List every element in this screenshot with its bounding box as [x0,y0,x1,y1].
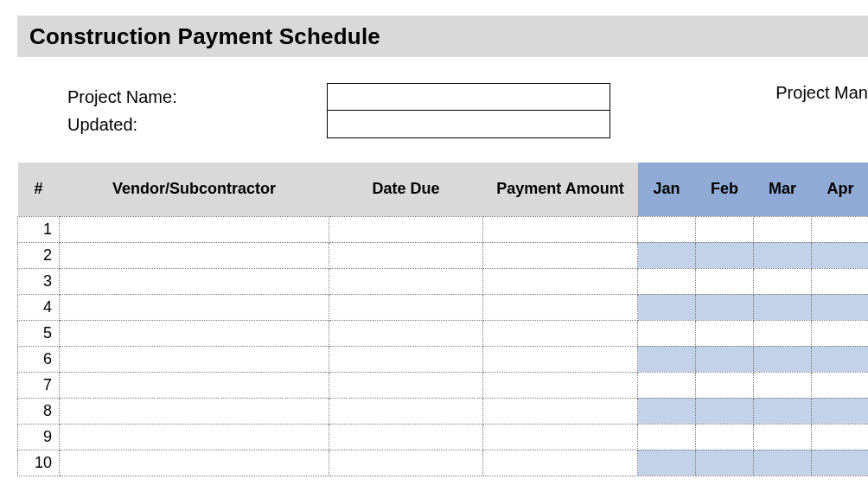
cell-jan[interactable] [638,268,696,294]
row-number[interactable]: 6 [18,346,60,372]
cell-mar[interactable] [754,320,812,346]
table-row: 1 [18,216,869,242]
cell-feb[interactable] [696,372,754,398]
payment-table: # Vendor/Subcontractor Date Due Payment … [17,163,868,476]
col-mar: Mar [754,163,812,216]
cell-vendor[interactable] [60,450,329,476]
cell-amount[interactable] [483,242,638,268]
col-vendor: Vendor/Subcontractor [60,163,329,216]
cell-amount[interactable] [483,372,638,398]
cell-date[interactable] [329,450,483,476]
cell-mar[interactable] [754,242,812,268]
cell-date[interactable] [329,398,483,424]
cell-mar[interactable] [754,216,812,242]
table-row: 10 [18,450,869,476]
cell-feb[interactable] [696,294,754,320]
row-number[interactable]: 5 [18,320,60,346]
row-number[interactable]: 8 [18,398,60,424]
cell-feb[interactable] [696,320,754,346]
cell-date[interactable] [329,242,483,268]
updated-input[interactable] [327,111,610,138]
cell-vendor[interactable] [60,216,329,242]
col-amount: Payment Amount [483,163,638,216]
cell-apr[interactable] [812,450,869,476]
cell-apr[interactable] [812,424,869,450]
cell-jan[interactable] [638,320,696,346]
row-number[interactable]: 10 [18,450,60,476]
cell-amount[interactable] [483,424,638,450]
cell-vendor[interactable] [60,424,329,450]
cell-jan[interactable] [638,346,696,372]
cell-apr[interactable] [812,294,869,320]
cell-date[interactable] [329,216,483,242]
project-name-input[interactable] [327,83,610,111]
cell-feb[interactable] [696,398,754,424]
cell-mar[interactable] [754,294,812,320]
cell-mar[interactable] [754,450,812,476]
cell-mar[interactable] [754,398,812,424]
cell-apr[interactable] [812,268,869,294]
cell-vendor[interactable] [60,320,329,346]
cell-feb[interactable] [696,424,754,450]
cell-amount[interactable] [483,320,638,346]
row-number[interactable]: 1 [18,216,60,242]
cell-jan[interactable] [638,242,696,268]
cell-date[interactable] [329,320,483,346]
cell-feb[interactable] [696,216,754,242]
col-index: # [18,163,60,216]
cell-apr[interactable] [812,346,869,372]
row-number[interactable]: 2 [18,242,60,268]
cell-jan[interactable] [638,424,696,450]
payment-table-wrap: # Vendor/Subcontractor Date Due Payment … [17,163,868,476]
cell-vendor[interactable] [60,398,329,424]
col-jan: Jan [638,163,696,216]
cell-mar[interactable] [754,268,812,294]
cell-date[interactable] [329,268,483,294]
row-number[interactable]: 9 [18,424,60,450]
project-manager-label: Project Man [775,83,868,103]
cell-vendor[interactable] [60,346,329,372]
table-row: 8 [18,398,869,424]
cell-amount[interactable] [483,346,638,372]
cell-amount[interactable] [483,450,638,476]
cell-mar[interactable] [754,424,812,450]
table-row: 2 [18,242,869,268]
cell-apr[interactable] [812,216,869,242]
cell-apr[interactable] [812,242,869,268]
cell-jan[interactable] [638,372,696,398]
project-name-label: Project Name: [67,87,327,107]
cell-amount[interactable] [483,216,638,242]
cell-jan[interactable] [638,398,696,424]
cell-vendor[interactable] [60,294,329,320]
cell-feb[interactable] [696,450,754,476]
cell-jan[interactable] [638,216,696,242]
row-number[interactable]: 7 [18,372,60,398]
cell-amount[interactable] [483,268,638,294]
cell-date[interactable] [329,346,483,372]
cell-date[interactable] [329,372,483,398]
cell-apr[interactable] [812,398,869,424]
cell-vendor[interactable] [60,268,329,294]
cell-mar[interactable] [754,346,812,372]
cell-date[interactable] [329,294,483,320]
cell-feb[interactable] [696,268,754,294]
cell-jan[interactable] [638,294,696,320]
cell-vendor[interactable] [60,372,329,398]
table-row: 3 [18,268,869,294]
cell-feb[interactable] [696,346,754,372]
cell-amount[interactable] [483,294,638,320]
cell-feb[interactable] [696,242,754,268]
cell-apr[interactable] [812,320,869,346]
meta-row-project-name: Project Name: Project Man [67,83,868,111]
header-row: # Vendor/Subcontractor Date Due Payment … [18,163,869,216]
row-number[interactable]: 3 [18,268,60,294]
cell-vendor[interactable] [60,242,329,268]
meta-row-updated: Updated: [67,111,868,138]
cell-mar[interactable] [754,372,812,398]
col-apr: Apr [812,163,869,216]
cell-apr[interactable] [812,372,869,398]
cell-amount[interactable] [483,398,638,424]
row-number[interactable]: 4 [18,294,60,320]
cell-jan[interactable] [638,450,696,476]
cell-date[interactable] [329,424,483,450]
